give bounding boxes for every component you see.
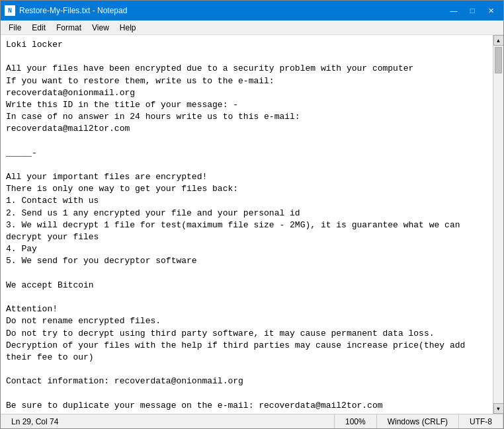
- title-bar-left: N Restore-My-Files.txt - Notepad: [5, 5, 127, 16]
- notepad-window: N Restore-My-Files.txt - Notepad — □ ✕ F…: [0, 0, 504, 429]
- status-bar: Ln 29, Col 74 100% Windows (CRLF) UTF-8: [1, 414, 503, 428]
- menu-edit[interactable]: Edit: [26, 22, 51, 34]
- scroll-thumb[interactable]: [495, 47, 502, 73]
- status-encoding: UTF-8: [459, 414, 503, 428]
- status-zoom: 100%: [335, 414, 377, 428]
- close-button[interactable]: ✕: [482, 4, 499, 17]
- status-position: Ln 29, Col 74: [1, 414, 335, 428]
- status-line-ending: Windows (CRLF): [377, 414, 459, 428]
- editor-area: Loki locker All your files have been enc…: [1, 35, 503, 414]
- scroll-up-button[interactable]: ▲: [493, 35, 504, 46]
- minimize-button[interactable]: —: [445, 4, 462, 17]
- scroll-track: [493, 46, 503, 403]
- text-editor[interactable]: Loki locker All your files have been enc…: [1, 35, 493, 414]
- menu-view[interactable]: View: [87, 22, 114, 34]
- menu-format[interactable]: Format: [51, 22, 87, 34]
- vertical-scrollbar[interactable]: ▲ ▼: [493, 35, 503, 414]
- scroll-down-button[interactable]: ▼: [493, 403, 504, 414]
- maximize-button[interactable]: □: [464, 4, 481, 17]
- menu-help[interactable]: Help: [114, 22, 142, 34]
- title-bar: N Restore-My-Files.txt - Notepad — □ ✕: [1, 1, 503, 20]
- menu-bar: File Edit Format View Help: [1, 20, 503, 35]
- title-controls: — □ ✕: [445, 4, 499, 17]
- menu-file[interactable]: File: [3, 22, 26, 34]
- window-title: Restore-My-Files.txt - Notepad: [19, 6, 127, 15]
- app-icon: N: [5, 5, 15, 16]
